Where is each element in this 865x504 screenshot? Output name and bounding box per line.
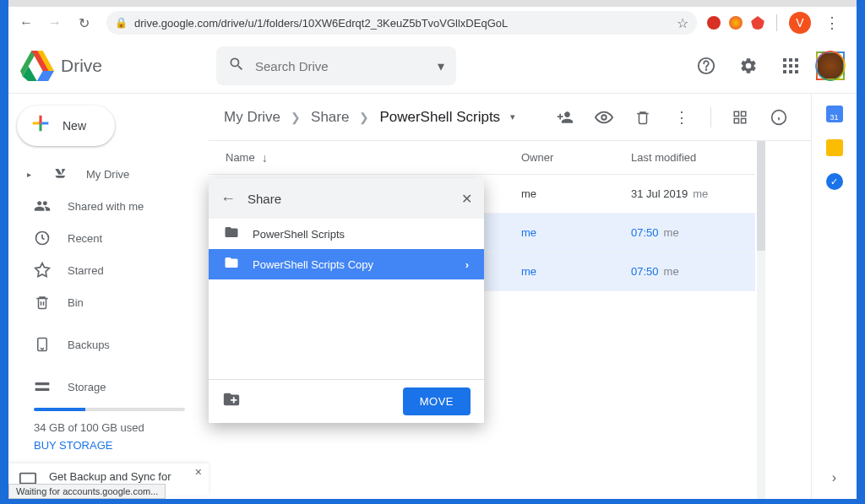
calendar-icon[interactable]: 31 (826, 106, 843, 122)
view-toggle-button[interactable] (723, 100, 757, 134)
details-button[interactable] (762, 100, 796, 134)
folder-icon (224, 255, 239, 274)
drive-logo-icon (20, 49, 54, 83)
col-modified-label[interactable]: Last modified (631, 151, 738, 164)
apps-grid-icon (783, 58, 798, 73)
move-popup: ← Share ✕ PowerShell Scripts PowerShell … (209, 178, 484, 423)
search-options-icon[interactable]: ▾ (438, 58, 444, 74)
sort-arrow-icon[interactable]: ↓ (262, 151, 268, 165)
storage-bar (34, 408, 185, 411)
preview-button[interactable] (587, 100, 621, 134)
new-folder-button[interactable] (222, 390, 241, 413)
chevron-right-icon: › (465, 258, 469, 271)
star-icon[interactable]: ☆ (677, 15, 688, 31)
app-name: Drive (61, 56, 102, 76)
folder-icon (224, 225, 239, 243)
svg-point-1 (706, 69, 707, 70)
column-header: Name ↓ Owner Last modified (209, 141, 755, 175)
sidebar-item-bin[interactable]: Bin (8, 286, 199, 318)
browser-tabstrip (8, 0, 857, 7)
url-text: drive.google.com/drive/u/1/folders/10XW6… (134, 17, 508, 30)
separator (776, 14, 777, 31)
browser-toolbar: ← → ↻ 🔒 drive.google.com/drive/u/1/folde… (8, 7, 857, 39)
browser-profile-avatar[interactable]: V (789, 12, 811, 34)
clock-icon (34, 230, 51, 247)
content-area: My Drive ❯ Share ❯ PowerShell Scripts ▾ … (209, 94, 811, 499)
chevron-right-icon: ❯ (354, 111, 374, 124)
storage-icon (34, 378, 51, 395)
side-panel: 31 › (811, 94, 857, 499)
svg-rect-8 (734, 118, 738, 122)
drive-icon (52, 165, 69, 182)
address-bar[interactable]: 🔒 drive.google.com/drive/u/1/folders/10X… (106, 11, 697, 35)
more-actions-button[interactable]: ⋮ (665, 100, 699, 134)
storage-text: 34 GB of 100 GB used (34, 421, 209, 434)
toolbar: My Drive ❯ Share ❯ PowerShell Scripts ▾ … (209, 94, 811, 141)
svg-rect-9 (742, 118, 746, 122)
separator (710, 107, 711, 127)
close-icon[interactable]: ✕ (461, 191, 472, 207)
new-button[interactable]: New (17, 106, 115, 146)
sidebar-item-backups[interactable]: Backups (8, 328, 199, 360)
sidebar: New ▸ My Drive Shared with me Recent Sta… (8, 94, 209, 499)
settings-button[interactable] (732, 49, 765, 83)
chevron-right-icon: ▸ (27, 170, 35, 179)
new-label: New (63, 119, 86, 133)
sidebar-item-recent[interactable]: Recent (8, 222, 199, 254)
account-avatar[interactable] (816, 51, 845, 80)
apps-button[interactable] (774, 49, 808, 83)
move-popup-title: Share (248, 192, 449, 206)
breadcrumb[interactable]: My Drive (224, 109, 280, 126)
star-icon (34, 262, 51, 279)
chevron-right-icon[interactable]: › (832, 470, 836, 485)
close-icon[interactable]: × (195, 465, 202, 479)
svg-rect-4 (20, 474, 35, 484)
col-name-label[interactable]: Name (226, 151, 255, 164)
extension-icon[interactable] (751, 16, 764, 30)
svg-point-5 (601, 115, 607, 120)
sidebar-item-storage[interactable]: Storage (8, 371, 199, 403)
nav-forward-button: → (42, 10, 68, 35)
search-input[interactable] (255, 59, 427, 73)
extension-icon[interactable] (707, 16, 721, 30)
buy-storage-link[interactable]: BUY STORAGE (34, 439, 209, 452)
sidebar-item-shared[interactable]: Shared with me (8, 190, 199, 222)
plus-icon (29, 111, 52, 141)
drive-logo-group[interactable]: Drive (20, 49, 208, 83)
browser-status-bar: Waiting for accounts.google.com... (8, 484, 166, 499)
extension-icon[interactable] (729, 16, 743, 30)
scrollbar[interactable] (757, 141, 765, 499)
sidebar-item-starred[interactable]: Starred (8, 254, 199, 286)
delete-button[interactable] (626, 100, 660, 134)
backup-icon (34, 337, 51, 352)
keep-icon[interactable] (826, 139, 843, 156)
nav-reload-button[interactable]: ↻ (71, 10, 96, 35)
svg-rect-6 (734, 111, 738, 116)
people-icon (34, 198, 51, 214)
svg-rect-7 (742, 111, 746, 116)
lock-icon: 🔒 (115, 17, 128, 29)
tasks-icon[interactable] (826, 173, 843, 190)
sidebar-item-my-drive[interactable]: ▸ My Drive (8, 158, 199, 190)
breadcrumb-current[interactable]: PowerShell Scripts (379, 109, 500, 126)
share-button[interactable] (548, 100, 582, 134)
search-icon (228, 56, 245, 77)
move-folder-option[interactable]: PowerShell Scripts Copy › (209, 249, 484, 279)
drive-header: Drive ▾ (8, 39, 857, 93)
trash-icon (34, 295, 51, 310)
help-button[interactable] (689, 49, 723, 83)
browser-menu-icon[interactable]: ⋮ (819, 14, 845, 32)
search-box[interactable]: ▾ (216, 46, 456, 85)
back-button[interactable]: ← (220, 190, 236, 208)
move-button[interactable]: MOVE (403, 387, 471, 415)
chevron-down-icon[interactable]: ▾ (510, 111, 515, 122)
breadcrumb[interactable]: Share (311, 109, 349, 126)
move-folder-option[interactable]: PowerShell Scripts (209, 219, 484, 249)
nav-back-button[interactable]: ← (14, 10, 39, 35)
chevron-right-icon: ❯ (286, 111, 306, 124)
col-owner-label[interactable]: Owner (521, 151, 631, 164)
